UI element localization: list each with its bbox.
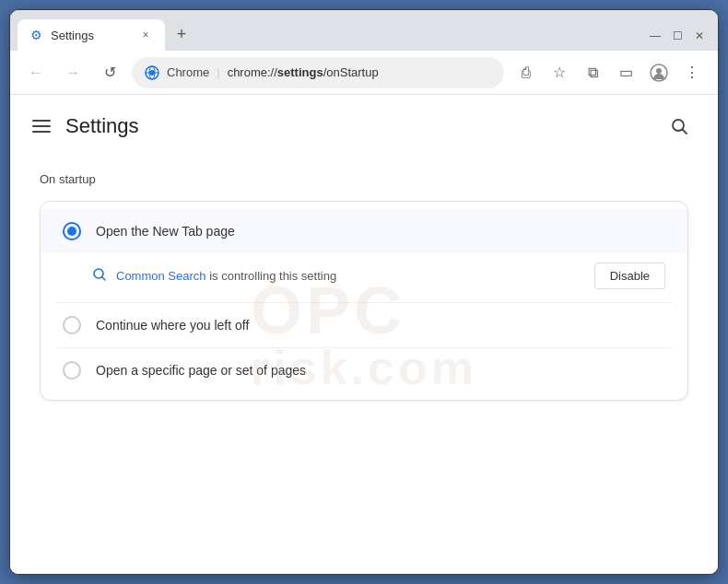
option-continue-row[interactable]: Continue where you left off bbox=[41, 303, 687, 347]
option-new-tab-row[interactable]: Open the New Tab page bbox=[41, 209, 687, 253]
ext-name: Common Search bbox=[116, 269, 206, 283]
active-tab[interactable]: ⚙ Settings × bbox=[18, 19, 165, 51]
browser-window: ⚙ Settings × + — ☐ ✕ ← → ↺ C bbox=[9, 9, 719, 575]
profile-button[interactable] bbox=[644, 58, 674, 88]
address-url: chrome://settings/onStartup bbox=[228, 65, 379, 79]
svg-line-9 bbox=[102, 276, 106, 280]
ext-warning-left: Common Search is controlling this settin… bbox=[92, 267, 336, 286]
back-button[interactable]: ← bbox=[21, 58, 51, 88]
address-favicon bbox=[145, 65, 159, 80]
sidebar-button[interactable]: ▭ bbox=[611, 58, 640, 88]
share-button[interactable]: ⎙ bbox=[511, 58, 541, 88]
nav-bar: ← → ↺ Chrome | chrome://settings/onStart… bbox=[10, 51, 718, 95]
radio-specific-page[interactable] bbox=[63, 361, 81, 380]
url-suffix: /onStartup bbox=[323, 65, 379, 79]
settings-header-left: Settings bbox=[32, 114, 139, 138]
section-title: On startup bbox=[40, 172, 688, 186]
ext-warning-suffix: is controlling this setting bbox=[206, 269, 337, 283]
close-button[interactable]: ✕ bbox=[692, 29, 707, 43]
tab-close-button[interactable]: × bbox=[137, 27, 154, 43]
radio-new-tab[interactable] bbox=[63, 222, 81, 240]
settings-page-title: Settings bbox=[65, 114, 139, 138]
bookmark-button[interactable]: ☆ bbox=[545, 58, 574, 88]
minimize-button[interactable]: — bbox=[648, 29, 663, 43]
extensions-button[interactable]: ⧉ bbox=[578, 58, 607, 88]
address-chrome-label: Chrome bbox=[167, 65, 209, 79]
new-tab-button[interactable]: + bbox=[169, 21, 194, 47]
svg-point-5 bbox=[656, 68, 662, 74]
menu-icon-button[interactable] bbox=[32, 120, 51, 133]
option-specific-page-label: Open a specific page or set of pages bbox=[96, 363, 306, 378]
tab-title: Settings bbox=[51, 29, 130, 42]
address-bar[interactable]: Chrome | chrome://settings/onStartup bbox=[132, 57, 504, 88]
forward-button[interactable]: → bbox=[58, 58, 88, 88]
radio-new-tab-inner bbox=[67, 227, 76, 236]
url-prefix: chrome:// bbox=[228, 65, 277, 79]
option-continue-label: Continue where you left off bbox=[96, 318, 249, 333]
content-area: OPC risk.com Settings On star bbox=[10, 95, 718, 574]
tab-favicon: ⚙ bbox=[29, 28, 43, 42]
more-button[interactable]: ⋮ bbox=[677, 58, 707, 88]
radio-continue[interactable] bbox=[63, 316, 81, 334]
reload-button[interactable]: ↺ bbox=[95, 58, 124, 88]
startup-options-card: Open the New Tab page Common Search is c… bbox=[40, 201, 688, 401]
option-new-tab-label: Open the New Tab page bbox=[96, 224, 235, 239]
settings-body: On startup Open the New Tab page bbox=[10, 158, 718, 423]
option-specific-page-row[interactable]: Open a specific page or set of pages bbox=[41, 348, 687, 392]
window-controls: — ☐ ✕ bbox=[648, 29, 710, 43]
nav-actions: ⎙ ☆ ⧉ ▭ ⋮ bbox=[511, 58, 707, 88]
svg-line-7 bbox=[683, 130, 687, 134]
extension-warning-row: Common Search is controlling this settin… bbox=[41, 253, 687, 302]
tab-strip: ⚙ Settings × + bbox=[18, 19, 648, 51]
settings-search-button[interactable] bbox=[663, 110, 696, 143]
title-bar: ⚙ Settings × + — ☐ ✕ bbox=[10, 10, 718, 51]
settings-header: Settings bbox=[10, 95, 718, 158]
ext-warning-text: Common Search is controlling this settin… bbox=[116, 269, 336, 283]
url-path: settings bbox=[277, 65, 323, 79]
ext-search-icon bbox=[92, 267, 107, 286]
address-separator: | bbox=[217, 65, 219, 79]
maximize-button[interactable]: ☐ bbox=[670, 29, 685, 43]
disable-extension-button[interactable]: Disable bbox=[594, 263, 665, 289]
